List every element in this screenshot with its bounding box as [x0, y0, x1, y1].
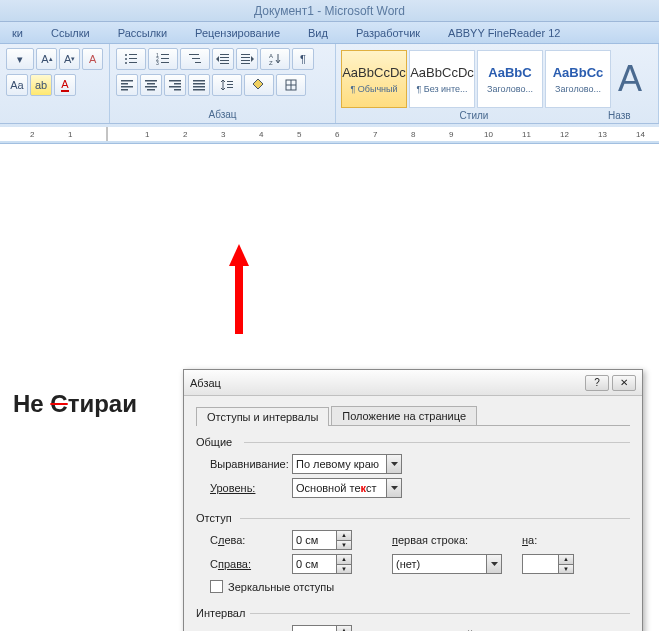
firstline-combo[interactable]: (нет): [392, 554, 502, 574]
spin-down-icon[interactable]: ▼: [336, 564, 352, 575]
indent-left-label: Слева:: [210, 534, 292, 546]
bullets-button[interactable]: [116, 48, 146, 70]
sort-button[interactable]: AZ: [260, 48, 290, 70]
svg-rect-3: [129, 58, 137, 59]
spin-down-icon[interactable]: ▼: [558, 564, 574, 575]
group-label: СтилиНазв: [340, 110, 658, 123]
checkbox-icon[interactable]: [210, 580, 223, 593]
style-heading1[interactable]: AaBbCЗаголово...: [477, 50, 543, 108]
svg-rect-34: [174, 83, 181, 85]
tab-item[interactable]: ки: [12, 27, 23, 39]
shading-button[interactable]: [244, 74, 274, 96]
document-area[interactable]: Не Стираи Абзац ? ✕ Отступы и интервалы …: [0, 144, 659, 614]
group-label: Абзац: [116, 109, 329, 122]
indent-right-label: Справа:: [210, 558, 292, 570]
svg-rect-36: [174, 89, 181, 91]
level-combo[interactable]: Основной текст: [292, 478, 402, 498]
show-marks-button[interactable]: ¶: [292, 48, 314, 70]
indent-right-spin[interactable]: 0 см▲▼: [292, 554, 352, 574]
svg-point-2: [125, 58, 127, 60]
font-size-combo[interactable]: ▾: [6, 48, 34, 70]
svg-rect-33: [169, 80, 181, 82]
svg-rect-39: [193, 86, 205, 88]
svg-rect-37: [193, 80, 205, 82]
highlight-button[interactable]: ab: [30, 74, 52, 96]
svg-rect-32: [147, 89, 155, 91]
style-heading2[interactable]: AaBbCcЗаголово...: [545, 50, 611, 108]
svg-rect-12: [189, 54, 199, 55]
by-spin[interactable]: ▲▼: [522, 554, 574, 574]
paragraph-dialog: Абзац ? ✕ Отступы и интервалы Положение …: [183, 369, 643, 631]
borders-button[interactable]: [276, 74, 306, 96]
svg-text:2: 2: [30, 130, 35, 139]
indent-right-button[interactable]: [236, 48, 258, 70]
dialog-title: Абзац: [190, 377, 221, 389]
dropdown-icon[interactable]: [386, 478, 402, 498]
group-label: [6, 120, 103, 122]
svg-rect-25: [121, 80, 133, 82]
align-left-button[interactable]: [116, 74, 138, 96]
svg-text:6: 6: [335, 130, 340, 139]
spin-down-icon[interactable]: ▼: [336, 540, 352, 551]
svg-rect-17: [220, 60, 229, 61]
align-center-button[interactable]: [140, 74, 162, 96]
justify-button[interactable]: [188, 74, 210, 96]
spin-up-icon[interactable]: ▲: [336, 625, 352, 631]
ribbon-tabs: ки Ссылки Рассылки Рецензирование Вид Ра…: [0, 22, 659, 44]
style-nospacing[interactable]: AaBbCcDc¶ Без инте...: [409, 50, 475, 108]
font-color-button[interactable]: A: [54, 74, 76, 96]
svg-rect-26: [121, 83, 128, 85]
spin-up-icon[interactable]: ▲: [558, 554, 574, 564]
before-spin[interactable]: 0 пт▲▼: [292, 625, 352, 631]
tab-item[interactable]: Разработчик: [356, 27, 420, 39]
svg-rect-20: [241, 57, 250, 58]
svg-rect-18: [220, 63, 229, 64]
tab-indents[interactable]: Отступы и интервалы: [196, 407, 329, 426]
svg-text:4: 4: [259, 130, 264, 139]
tab-item[interactable]: Рецензирование: [195, 27, 280, 39]
numbering-button[interactable]: 123: [148, 48, 178, 70]
svg-text:13: 13: [598, 130, 607, 139]
svg-text:A: A: [269, 53, 273, 59]
svg-rect-41: [227, 81, 233, 82]
svg-text:Z: Z: [269, 60, 273, 66]
indent-left-button[interactable]: [212, 48, 234, 70]
indent-left-spin[interactable]: 0 см▲▼: [292, 530, 352, 550]
line-spacing-button[interactable]: [212, 74, 242, 96]
firstline-label: первая строка:: [392, 534, 492, 546]
clear-format-button[interactable]: A: [82, 48, 103, 70]
style-normal[interactable]: AaBbCcDc¶ Обычный: [341, 50, 407, 108]
tab-item[interactable]: Рассылки: [118, 27, 167, 39]
svg-rect-27: [121, 86, 133, 88]
close-button[interactable]: ✕: [612, 375, 636, 391]
spin-up-icon[interactable]: ▲: [336, 530, 352, 540]
dropdown-icon[interactable]: [486, 554, 502, 574]
help-button[interactable]: ?: [585, 375, 609, 391]
svg-rect-15: [220, 54, 229, 55]
align-right-button[interactable]: [164, 74, 186, 96]
tab-position[interactable]: Положение на странице: [331, 406, 477, 425]
change-styles-button[interactable]: A: [612, 48, 642, 110]
align-combo[interactable]: По левому краю: [292, 454, 402, 474]
tab-item[interactable]: Вид: [308, 27, 328, 39]
svg-text:14: 14: [636, 130, 645, 139]
svg-text:1: 1: [145, 130, 150, 139]
tab-item[interactable]: ABBYY FineReader 12: [448, 27, 560, 39]
dialog-titlebar[interactable]: Абзац ? ✕: [184, 370, 642, 396]
tab-item[interactable]: Ссылки: [51, 27, 90, 39]
grow-font-button[interactable]: A▴: [36, 48, 57, 70]
dialog-tabs: Отступы и интервалы Положение на страниц…: [196, 406, 630, 426]
svg-rect-7: [161, 54, 169, 55]
change-case-button[interactable]: Aa: [6, 74, 28, 96]
spin-up-icon[interactable]: ▲: [336, 554, 352, 564]
ribbon: ▾ A▴ A▾ A Aa ab A 123 AZ ¶: [0, 44, 659, 124]
multilevel-button[interactable]: [180, 48, 210, 70]
mirror-check[interactable]: Зеркальные отступы: [210, 580, 630, 593]
svg-rect-14: [195, 62, 201, 63]
shrink-font-button[interactable]: A▾: [59, 48, 80, 70]
svg-rect-21: [241, 60, 250, 61]
section-indent: Отступ Слева: 0 см▲▼ первая строка: на: …: [196, 512, 630, 593]
ruler[interactable]: 21 123 456 789 101112 1314: [0, 124, 659, 144]
dropdown-icon[interactable]: [386, 454, 402, 474]
svg-text:8: 8: [411, 130, 416, 139]
